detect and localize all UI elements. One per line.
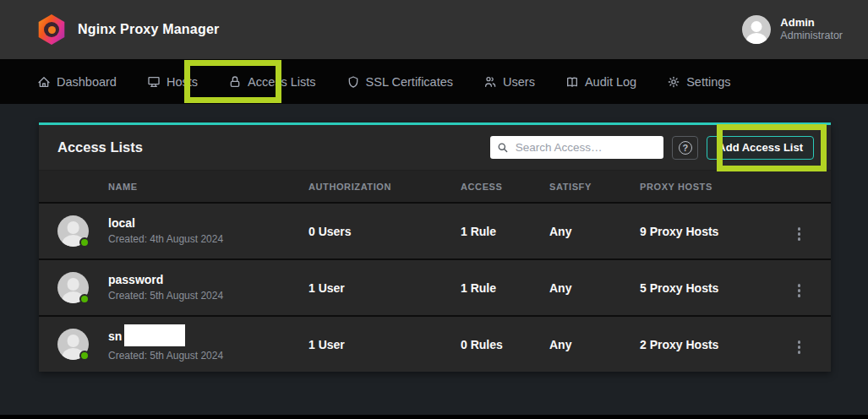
nav-item-ssl-certificates[interactable]: SSL Certificates [347, 75, 453, 89]
nav-label: SSL Certificates [366, 75, 453, 89]
column-header-authorization: AUTHORIZATION [308, 182, 461, 192]
nav-label: Access Lists [248, 75, 316, 89]
created-date: Created: 5th August 2024 [108, 288, 308, 303]
proxy-hosts-value: 2 Proxy Hosts [640, 338, 767, 351]
panel-title: Access Lists [57, 139, 143, 155]
table-row[interactable]: password Created: 5th August 2024 1 User… [39, 258, 831, 315]
access-value: 1 Rule [461, 281, 549, 295]
help-icon: ? [679, 141, 692, 155]
row-menu-button[interactable] [793, 337, 806, 357]
nav-item-hosts[interactable]: Hosts [147, 75, 198, 89]
authorization-value: 0 Users [308, 225, 461, 238]
proxy-hosts-value: 9 Proxy Hosts [640, 225, 767, 238]
table-header-row: NAME AUTHORIZATION ACCESS SATISFY PROXY … [39, 171, 831, 202]
nav-item-dashboard[interactable]: Dashboard [37, 75, 117, 89]
user-role: Administrator [780, 30, 843, 43]
panel-header: Access Lists ? Add Access List [39, 125, 831, 171]
nav-label: Hosts [167, 75, 198, 89]
users-icon [483, 75, 497, 89]
row-menu-button[interactable] [793, 224, 806, 244]
gear-icon [667, 75, 680, 89]
nav-item-settings[interactable]: Settings [667, 75, 730, 89]
status-dot [79, 237, 90, 248]
access-list-name[interactable]: password [108, 272, 308, 289]
column-header-name: NAME [108, 182, 308, 192]
shield-icon [347, 75, 360, 89]
search-input[interactable] [516, 141, 658, 154]
panel-toolbar: ? Add Access List [490, 136, 814, 160]
redaction-box [124, 324, 185, 346]
satisfy-value: Any [549, 338, 640, 351]
avatar [57, 215, 89, 247]
access-value: 0 Rules [461, 338, 549, 351]
search-icon [497, 141, 508, 154]
column-header-access: ACCESS [461, 182, 549, 192]
user-avatar [742, 15, 771, 44]
help-button[interactable]: ? [672, 136, 698, 160]
app-logo-icon [37, 14, 66, 45]
top-header: Nginx Proxy Manager Admin Administrator [0, 0, 868, 59]
app-title: Nginx Proxy Manager [78, 22, 219, 37]
brand[interactable]: Nginx Proxy Manager [37, 14, 219, 45]
authorization-value: 1 User [308, 338, 461, 351]
avatar [57, 272, 89, 303]
bottom-edge [0, 415, 868, 419]
access-lists-panel: Access Lists ? Add Access List NAME AUTH… [39, 122, 831, 372]
access-list-name[interactable]: sn [108, 329, 122, 346]
satisfy-value: Any [549, 281, 640, 295]
table-row[interactable]: local Created: 4th August 2024 0 Users 1… [39, 202, 831, 258]
satisfy-value: Any [549, 225, 640, 238]
nav-item-access-lists[interactable]: Access Lists [228, 75, 316, 89]
add-access-list-button[interactable]: Add Access List [707, 136, 814, 160]
row-menu-button[interactable] [793, 280, 806, 301]
nav-label: Users [503, 75, 535, 89]
nav-item-users[interactable]: Users [483, 75, 535, 89]
user-name: Admin [780, 16, 843, 30]
monitor-icon [147, 75, 161, 89]
lock-icon [228, 75, 242, 89]
status-dot [79, 294, 90, 304]
book-icon [565, 75, 579, 89]
avatar [57, 329, 89, 360]
created-date: Created: 4th August 2024 [108, 231, 308, 247]
created-date: Created: 5th August 2024 [108, 348, 308, 363]
access-list-name[interactable]: local [108, 215, 308, 232]
search-box [490, 136, 663, 159]
main-nav: Dashboard Hosts Access Lists SSL Certifi… [0, 59, 868, 104]
access-value: 1 Rule [461, 225, 549, 238]
authorization-value: 1 User [308, 281, 461, 295]
app-window: Nginx Proxy Manager Admin Administrator … [0, 0, 868, 419]
nav-label: Dashboard [57, 75, 117, 89]
nav-label: Settings [686, 75, 730, 89]
nav-item-audit-log[interactable]: Audit Log [565, 75, 636, 89]
table-row[interactable]: sn Created: 5th August 2024 1 User 0 Rul… [39, 315, 831, 372]
column-header-proxy-hosts: PROXY HOSTS [640, 182, 767, 192]
nav-label: Audit Log [585, 75, 636, 89]
proxy-hosts-value: 5 Proxy Hosts [640, 281, 767, 295]
status-dot [79, 351, 90, 361]
user-info: Admin Administrator [780, 16, 843, 43]
user-menu[interactable]: Admin Administrator [742, 15, 843, 44]
column-header-satisfy: SATISFY [549, 182, 640, 192]
home-icon [37, 75, 51, 89]
